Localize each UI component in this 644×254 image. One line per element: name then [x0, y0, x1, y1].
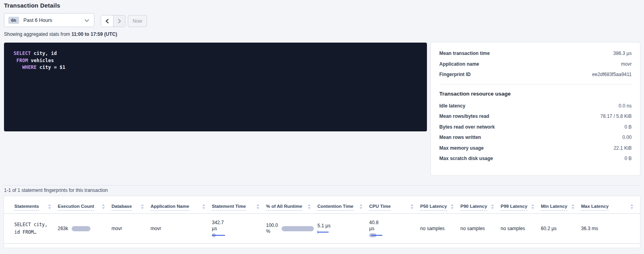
- resource-row-max-scratch-disk-usage: Max scratch disk usage 0 B: [439, 153, 632, 164]
- sort-icon: [102, 204, 105, 209]
- summary-row-application-name: Application name movr: [439, 59, 632, 70]
- sort-icon: [450, 204, 454, 209]
- column-header-contention-time[interactable]: Contention Time: [317, 196, 369, 213]
- page-title: Transaction Details: [4, 2, 60, 9]
- summary-row-fingerprint-id: Fingerprint ID ee2df683f5aa9411: [439, 69, 632, 80]
- time-range-badge: 6h: [8, 17, 19, 24]
- resource-row-mean-rows-written: Mean rows written 0.00: [439, 132, 632, 143]
- chevron-right-icon: [117, 19, 121, 23]
- column-header-database[interactable]: Database: [112, 196, 151, 213]
- sql-statement-box: SELECT city, id FROM vehicles WHERE city…: [4, 43, 427, 131]
- cpu-time-bar-chart: [369, 233, 384, 237]
- next-interval-button[interactable]: [113, 16, 125, 27]
- time-range-label: Past 6 Hours: [23, 18, 84, 23]
- sort-icon: [630, 204, 634, 209]
- statement-time-cell: 342.7 µs: [212, 220, 266, 237]
- pct-runtime-bar: [282, 226, 314, 231]
- sort-icon: [256, 204, 260, 209]
- column-header-max-latency[interactable]: Max Latency: [581, 196, 640, 213]
- aggregation-period-range: 11:00 to 17:59 (UTC): [71, 31, 117, 37]
- column-header-statement-time[interactable]: Statement Time: [212, 196, 266, 213]
- statements-table-header: Statements Execution Count Database Appl…: [4, 196, 640, 214]
- sort-icon: [359, 204, 363, 209]
- chevron-left-icon: [105, 19, 109, 23]
- time-range-dropdown[interactable]: 6h Past 6 Hours: [4, 13, 94, 27]
- column-header-application-name[interactable]: Application Name: [151, 196, 212, 213]
- summary-row-mean-transaction-time: Mean transaction time 386.3 µs: [439, 48, 632, 59]
- application-name-cell: movr: [151, 226, 212, 231]
- time-nav-buttons: [101, 15, 125, 27]
- sort-icon: [307, 204, 311, 209]
- sort-icon: [491, 204, 494, 209]
- sort-icon: [571, 204, 575, 209]
- sort-icon: [531, 204, 534, 209]
- sort-icon: [48, 204, 51, 209]
- transaction-details-page: Transaction Details 6h Past 6 Hours Now …: [0, 0, 644, 254]
- execution-count-cell: 263k: [58, 226, 112, 231]
- sort-icon: [202, 204, 206, 209]
- now-button[interactable]: Now: [128, 15, 147, 27]
- sort-icon: [410, 204, 414, 209]
- statement-link[interactable]: SELECT city, id FROM…: [14, 221, 58, 236]
- cpu-time-cell: 40.8 µs: [369, 220, 420, 237]
- execution-count-bar: [72, 226, 90, 231]
- statements-table: Statements Execution Count Database Appl…: [4, 196, 640, 248]
- database-cell: movr: [112, 226, 151, 231]
- resource-row-idle-latency: Idle latency 0.0 ns: [439, 101, 632, 111]
- chevron-down-icon: [84, 17, 89, 24]
- resource-row-mean-rows-bytes-read: Mean rows/bytes read 78.17 / 5.8 KiB: [439, 111, 632, 122]
- column-header-p50-latency[interactable]: P50 Latency: [420, 196, 460, 213]
- max-latency-cell: 36.3 ms: [581, 226, 640, 231]
- p50-latency-cell: no samples: [420, 226, 460, 231]
- contention-time-cell: 5.1 µs: [317, 223, 369, 234]
- column-header-p90-latency[interactable]: P90 Latency: [460, 196, 501, 213]
- summary-divider: [439, 84, 632, 84]
- transaction-summary-card: Mean transaction time 386.3 µs Applicati…: [431, 43, 640, 175]
- column-header-min-latency[interactable]: Min Latency: [541, 196, 581, 213]
- contention-time-bar-chart: [317, 231, 329, 234]
- column-header-execution-count[interactable]: Execution Count: [58, 196, 112, 213]
- statement-time-bar-chart: [212, 233, 225, 237]
- column-header-p99-latency[interactable]: P99 Latency: [501, 196, 541, 213]
- section-divider: [3, 185, 641, 186]
- aggregation-period-text: Showing aggregated stats from 11:00 to 1…: [4, 31, 117, 37]
- column-header-pct-of-all-runtime[interactable]: % of All Runtime: [266, 196, 317, 213]
- column-header-statements[interactable]: Statements: [14, 196, 58, 213]
- min-latency-cell: 60.2 µs: [541, 226, 581, 231]
- p90-latency-cell: no samples: [460, 226, 501, 231]
- statement-row: SELECT city, id FROM… 263k movr movr 342…: [4, 214, 640, 244]
- resource-usage-heading: Transaction resource usage: [439, 91, 632, 97]
- column-header-cpu-time[interactable]: CPU Time: [369, 196, 420, 213]
- statement-fingerprints-count: 1-1 of 1 statement fingerprints for this…: [4, 188, 108, 193]
- resource-row-bytes-read-over-network: Bytes read over network 0 B: [439, 122, 632, 133]
- previous-interval-button[interactable]: [101, 16, 113, 27]
- sort-icon: [141, 204, 144, 209]
- resource-row-max-memory-usage: Max memory usage 22.1 KiB: [439, 143, 632, 154]
- p99-latency-cell: no samples: [501, 226, 541, 231]
- pct-runtime-cell: 100.0 %: [266, 223, 317, 234]
